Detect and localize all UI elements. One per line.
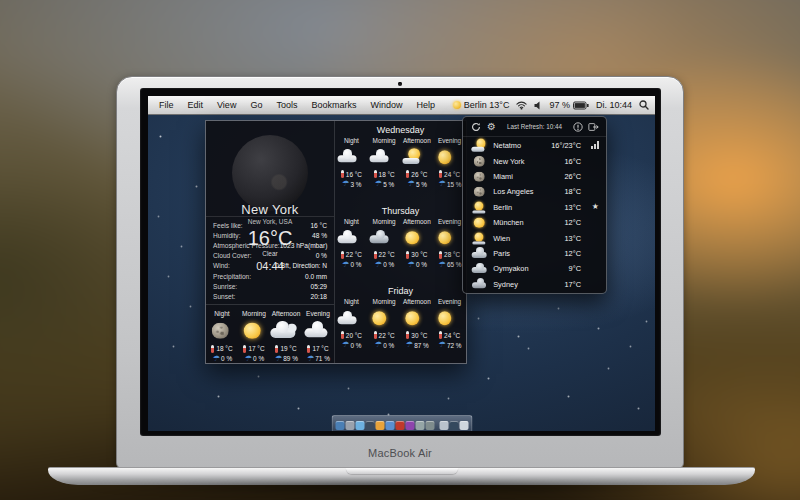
battery-status-item[interactable]: 97 % xyxy=(549,100,589,110)
city-row-paris[interactable]: Paris 12°C xyxy=(463,246,606,261)
weather-app-window[interactable]: New York New York, USA 16°C Clear 04:44 … xyxy=(205,120,467,364)
menu-window[interactable]: Window xyxy=(363,96,409,114)
umbrella-icon: ☂ xyxy=(244,355,251,363)
menu-help[interactable]: Help xyxy=(409,96,442,114)
forecast-day-wednesday: Wednesday NightMorningAfternoonEvening 1… xyxy=(335,121,466,202)
moon-icon xyxy=(470,170,488,184)
webcam-icon xyxy=(398,82,402,86)
umbrella-icon: ☂ xyxy=(341,180,348,188)
dock-app-icon[interactable] xyxy=(355,421,364,430)
sun-icon xyxy=(470,216,488,230)
dock-app-icon[interactable] xyxy=(405,421,414,430)
period-icons xyxy=(335,145,466,169)
thermometer-icon xyxy=(439,331,442,339)
thermometer-icon xyxy=(341,170,344,178)
city-row-sydney[interactable]: Sydney 17°C xyxy=(463,277,606,292)
battery-percent-label: 97 % xyxy=(549,100,570,110)
clouds-icon xyxy=(270,320,299,342)
umbrella-icon: ☂ xyxy=(407,261,414,269)
moon-icon xyxy=(206,320,235,342)
day-title: Friday xyxy=(335,284,466,297)
city-list-popover: ⚙ Last Refresh: 10:44 Netatmo 16°/23°C xyxy=(462,116,607,294)
moon-cloud-icon xyxy=(470,277,488,291)
menu-bookmarks[interactable]: Bookmarks xyxy=(304,96,363,114)
thermometer-icon xyxy=(341,331,344,339)
city-row-new-york[interactable]: New York 16°C xyxy=(463,153,606,168)
spotlight-search-icon[interactable] xyxy=(639,100,649,110)
menu-file[interactable]: File xyxy=(152,96,181,114)
favorite-star-icon: ★ xyxy=(586,203,599,211)
menu-edit[interactable]: Edit xyxy=(181,96,211,114)
period-temps: 16 °C 18 °C 26 °C 24 °C xyxy=(335,169,466,179)
thermometer-icon xyxy=(406,170,409,178)
dock-app-icon[interactable] xyxy=(335,421,344,430)
weather-status-item[interactable]: Berlin 13°C xyxy=(453,100,510,110)
umbrella-icon: ☂ xyxy=(274,355,281,363)
forecast-day-friday: Friday NightMorningAfternoonEvening 20 °… xyxy=(335,282,466,363)
macbook-screen: File Edit View Go Tools Bookmarks Window… xyxy=(148,96,655,431)
moon-image xyxy=(232,135,308,211)
settings-gear-button[interactable]: ⚙ xyxy=(486,121,497,132)
dock-app-icon[interactable] xyxy=(365,421,374,430)
sun-icon xyxy=(433,229,456,247)
battery-icon xyxy=(573,101,589,110)
rain-cloud-icon xyxy=(470,247,488,261)
period-headers: NightMorningAfternoonEvening xyxy=(335,297,466,306)
period-precip: ☂0 % ☂0 % ☂87 % ☂72 % xyxy=(335,340,466,350)
city-row-berlin[interactable]: Berlin 13°C ★ xyxy=(463,200,606,215)
current-local-time: 04:44 xyxy=(206,260,334,272)
thermometer-icon xyxy=(374,251,377,259)
city-row-wien[interactable]: Wien 13°C xyxy=(463,230,606,245)
period-temps: 22 °C 22 °C 30 °C 28 °C xyxy=(335,250,466,260)
period-icons xyxy=(335,306,466,330)
city-row-muenchen[interactable]: München 12°C xyxy=(463,215,606,230)
city-row-los-angeles[interactable]: Los Angeles 18°C xyxy=(463,184,606,199)
period-icons xyxy=(335,226,466,250)
umbrella-icon: ☂ xyxy=(438,261,445,269)
dock-app-icon[interactable] xyxy=(439,421,448,430)
quit-button[interactable] xyxy=(588,121,599,132)
clock-label[interactable]: Di. 10:44 xyxy=(596,100,632,110)
volume-icon[interactable] xyxy=(534,101,542,110)
last-refresh-label: Last Refresh: 10:44 xyxy=(502,123,567,130)
thermometer-icon xyxy=(307,345,310,353)
macbook-model-label: MacBook Air xyxy=(117,447,683,459)
rain-cloud-icon xyxy=(470,262,488,276)
city-row-netatmo[interactable]: Netatmo 16°/23°C xyxy=(463,138,606,153)
sunrise-icon xyxy=(470,200,488,214)
period-precip: ☂3 % ☂5 % ☂5 % ☂15 % xyxy=(335,179,466,189)
menu-view[interactable]: View xyxy=(210,96,243,114)
thermometer-icon xyxy=(406,251,409,259)
menu-go[interactable]: Go xyxy=(243,96,269,114)
menu-tools[interactable]: Tools xyxy=(269,96,304,114)
sunrise-icon xyxy=(470,231,488,245)
dock xyxy=(331,415,472,431)
dock-trash-icon[interactable] xyxy=(459,421,468,430)
city-row-oymyakon[interactable]: Oymyakon 9°C xyxy=(463,261,606,276)
wifi-icon[interactable] xyxy=(516,100,527,110)
cloud-icon xyxy=(368,148,391,166)
moon-icon xyxy=(470,154,488,168)
umbrella-icon: ☂ xyxy=(374,341,381,349)
cloud-icon xyxy=(335,229,358,247)
period-precip: ☂0 % ☂0 % ☂89 % ☂71 % xyxy=(206,354,334,364)
current-city: New York xyxy=(206,202,334,217)
period-precip: ☂0 % ☂0 % ☂0 % ☂65 % xyxy=(335,260,466,270)
dock-app-icon[interactable] xyxy=(449,421,458,430)
refresh-button[interactable] xyxy=(470,121,481,132)
current-region: New York, USA xyxy=(206,218,334,225)
city-row-miami[interactable]: Miami 26°C xyxy=(463,169,606,184)
umbrella-icon: ☂ xyxy=(374,180,381,188)
sun-icon xyxy=(401,309,424,327)
dock-app-icon[interactable] xyxy=(415,421,424,430)
detail-row: Precipitation:0.0 mm xyxy=(206,271,334,281)
dock-app-icon[interactable] xyxy=(425,421,434,430)
dock-app-icon[interactable] xyxy=(345,421,354,430)
signal-bars-icon xyxy=(586,141,599,151)
sun-icon xyxy=(433,309,456,327)
info-button[interactable] xyxy=(572,121,583,132)
dock-app-icon[interactable] xyxy=(395,421,404,430)
umbrella-icon: ☂ xyxy=(341,261,348,269)
dock-app-icon[interactable] xyxy=(375,421,384,430)
dock-app-icon[interactable] xyxy=(385,421,394,430)
